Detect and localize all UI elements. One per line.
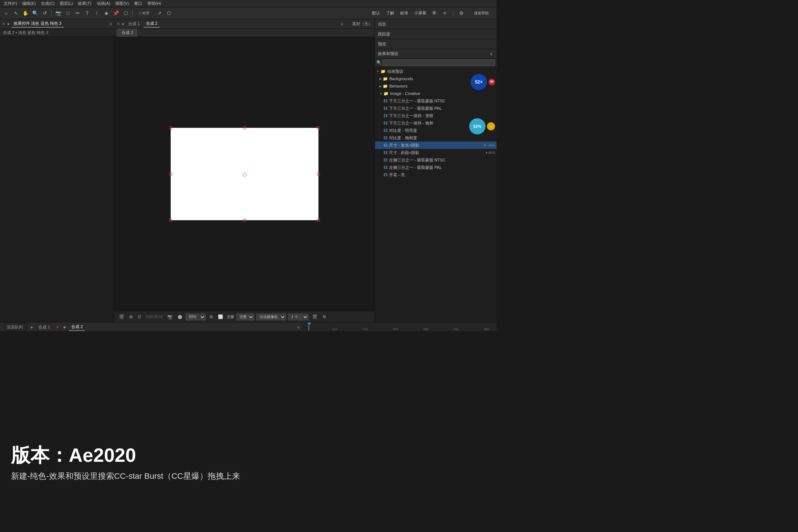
file-item-13[interactable]: 🎞 左侧三分之一 - 吸取蒙版 PAL [375, 164, 497, 171]
info-header[interactable]: 信息 [375, 19, 497, 29]
file-icon-5: 🎞 [384, 106, 388, 110]
handle-bc[interactable] [243, 219, 246, 222]
tracker-header[interactable]: 跟踪器 [375, 29, 497, 39]
toolbar-right: 默认 了解 标准 小屏幕 库 ≡ ⚙ 搜索帮助 [371, 9, 494, 17]
composition-canvas[interactable]: ◇ [115, 37, 375, 311]
menu-file[interactable]: 文件(F) [1, 0, 19, 7]
bg-arrow: ▶ [379, 77, 382, 81]
timeline-comp1-tab[interactable]: 合成 1 [36, 324, 52, 331]
file-item-11[interactable]: 🎞 尺寸 - 斜面+阴影 ＋ 0K/s [375, 149, 497, 156]
search-help-btn[interactable]: 搜索帮助 [468, 9, 494, 17]
motion-btn[interactable]: ↗ [155, 9, 163, 17]
workspace-learn[interactable]: 了解 [385, 10, 396, 17]
menu-edit[interactable]: 编辑(E) [20, 0, 38, 7]
file-label-11: 尺寸 - 斜面+阴影 [389, 150, 419, 156]
pin-tool[interactable]: 📌 [112, 9, 120, 17]
file-item-5[interactable]: 🎞 下方三分之一 - 吸取蒙版 PAL [375, 105, 497, 112]
timeline-left: 渲染队列 ■ 合成 1 ✕ ■ 合成 2 ≡ 0;00;00;02 🔍 ≋ ⧖ … [0, 323, 303, 331]
effects-search-input[interactable] [383, 59, 495, 66]
handle-tl[interactable] [169, 126, 172, 129]
left-panel-close[interactable]: ✕ [2, 22, 5, 26]
viewer-settings-btn[interactable]: ⚙ [321, 314, 328, 320]
workspace-default[interactable]: 默认 [371, 10, 382, 17]
handle-ml[interactable] [169, 173, 172, 175]
center-panel-menu[interactable]: ≡ [341, 21, 343, 27]
shape-tool[interactable]: ⬡ [122, 9, 130, 17]
pen-tool[interactable]: ✏ [74, 9, 82, 17]
camera-tool[interactable]: 📷 [54, 9, 62, 17]
rect-tool[interactable]: □ [64, 9, 72, 17]
workspace-menu[interactable]: ≡ [441, 9, 449, 17]
file-item-4[interactable]: 🎞 下方三分之一 - 吸取蒙版 NTSC [375, 97, 497, 105]
quality-select[interactable]: 完整 [236, 314, 254, 320]
menu-window[interactable]: 窗口 [132, 0, 144, 7]
menu-animate[interactable]: 动画(A) [95, 0, 113, 7]
zoom-tool[interactable]: 🔍 [31, 9, 39, 17]
effects-controls-tab[interactable]: 效果控件 浅色 蓝色 纯色 3 [11, 20, 63, 28]
close-btn[interactable]: ✕ [56, 325, 59, 329]
menu-compose[interactable]: 合成(C) [39, 0, 57, 7]
comp2-tab[interactable]: 合成 2 [144, 20, 160, 28]
comp1-tab[interactable]: 合成 1 [126, 20, 142, 27]
center-icon: ■ [122, 22, 124, 26]
selected-file-item[interactable]: 🎞 尺寸 - 发光+阴影 ＋ 0K/s [375, 141, 497, 149]
snap-btn[interactable]: □ 对齐 [135, 9, 154, 17]
color-btn[interactable]: ⬤ [176, 314, 184, 320]
left-panel-breadcrumb: 合成 2 • 浅色 蓝色 纯色 3 [0, 29, 114, 37]
text-tool[interactable]: T [83, 9, 91, 17]
add-to-comp-btn[interactable]: ＋ [483, 143, 487, 148]
workspace-small[interactable]: 小屏幕 [413, 10, 428, 17]
toolbar: ⌂ ↖ ✋ 🔍 ↺ 📷 □ ✏ T / ◈ 📌 ⬡ □ 对齐 ↗ ⬡ 默认 了解… [0, 7, 497, 19]
pixel-btn[interactable]: ⬜ [216, 314, 225, 320]
file-item-12[interactable]: 🎞 左侧三分之一 - 吸取蒙版 NTSC [375, 156, 497, 164]
camera-select[interactable]: 活动摄像机 [256, 314, 286, 320]
file-icon-9: 🎞 [384, 136, 388, 140]
bottom-area: 渲染队列 ■ 合成 1 ✕ ■ 合成 2 ≡ 0;00;00;02 🔍 ≋ ⧖ … [0, 322, 497, 331]
brush-tool[interactable]: / [93, 9, 101, 17]
render-region-btn[interactable]: 🎬 [117, 314, 126, 320]
handle-br[interactable] [317, 219, 320, 222]
speed-circle-1: 52× [471, 74, 487, 90]
settings-btn[interactable]: ⚙ [457, 9, 466, 17]
stamp-tool[interactable]: ◈ [102, 9, 110, 17]
camera-icon[interactable]: 📷 [166, 314, 174, 320]
mask-btn[interactable]: ⬡ [165, 9, 173, 17]
left-panel-menu[interactable]: ≡ [109, 21, 112, 27]
playhead-marker [307, 323, 311, 331]
behaviors-label: Behaviors [389, 84, 407, 88]
divider-2 [132, 10, 133, 17]
zoom-select[interactable]: 50% 100% 25% [186, 314, 206, 320]
menu-effects[interactable]: 效果(T) [76, 0, 93, 7]
comp2-indicator[interactable]: 合成 2 [117, 29, 137, 37]
timeline-comp2-tab[interactable]: 合成 2 [69, 323, 85, 331]
timeline-menu-btn[interactable]: ≡ [297, 325, 300, 330]
effects-menu-btn[interactable]: ≡ [489, 51, 494, 57]
workspace-library[interactable]: 库 [431, 10, 438, 17]
fit-btn[interactable]: ⊞ [208, 314, 214, 320]
handle-tc[interactable] [243, 126, 246, 129]
add-btn-11[interactable]: ＋ [485, 150, 488, 155]
render-queue-tab[interactable]: 渲染队列 [3, 323, 27, 331]
center-close[interactable]: ✕ [117, 22, 120, 26]
select-tool[interactable]: ↖ [12, 9, 20, 17]
workspace-standard[interactable]: 标准 [399, 10, 410, 17]
file-item-9[interactable]: 🎞 对比度 - 饱和度 [375, 134, 497, 141]
rotate-tool[interactable]: ↺ [41, 9, 49, 17]
handle-mr[interactable] [317, 173, 320, 175]
anim-folder-icon: 📁 [381, 69, 386, 74]
safe-zone-btn[interactable]: ⊡ [136, 314, 143, 320]
file-icon-14: 🎞 [384, 173, 388, 177]
view-count-select[interactable]: 1 个... [288, 314, 308, 320]
handle-tr[interactable] [317, 126, 320, 129]
home-btn[interactable]: ⌂ [2, 9, 10, 17]
handle-bl[interactable] [169, 219, 172, 222]
viewer-options-btn[interactable]: 🎬 [311, 314, 319, 320]
menu-help[interactable]: 帮助(H) [145, 0, 163, 7]
file-item-14[interactable]: 🎞 开花 - 亮 [375, 171, 497, 178]
view-toggle-btn[interactable]: ⊞ [128, 314, 134, 320]
preview-header[interactable]: 预览 [375, 39, 497, 49]
image-creative-item[interactable]: ▼ 📁 Image - Creative [375, 90, 497, 97]
menu-layer[interactable]: 图层(L) [58, 0, 75, 7]
hand-tool[interactable]: ✋ [21, 9, 30, 17]
menu-view[interactable]: 视图(V) [113, 0, 131, 7]
